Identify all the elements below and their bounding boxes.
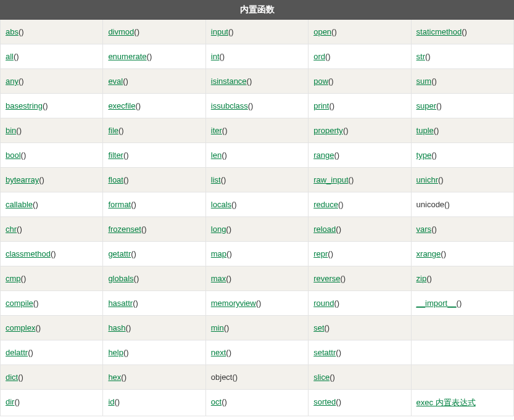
function-link[interactable]: dir [6,397,14,406]
function-link[interactable]: zip [417,274,427,283]
function-link[interactable]: list [211,175,221,184]
function-suffix: () [123,348,129,357]
table-row: all()enumerate()int()ord()str() [1,44,514,69]
function-link[interactable]: round [313,299,334,308]
function-link[interactable]: issubclass [211,101,248,110]
function-link[interactable]: range [313,150,334,160]
function-link[interactable]: next [211,348,226,357]
table-cell: file() [103,118,205,143]
function-suffix: () [330,373,335,382]
function-link[interactable]: slice [313,373,330,382]
function-link[interactable]: eval [108,76,123,86]
function-link[interactable]: exec 内置表达式 [417,398,476,407]
function-link[interactable]: abs [6,27,19,36]
function-link[interactable]: print [313,101,329,110]
function-suffix: () [43,101,48,110]
function-link[interactable]: type [417,150,432,160]
function-link[interactable]: open [313,27,331,36]
function-link[interactable]: pow [313,76,328,86]
function-link[interactable]: len [211,150,222,160]
function-link[interactable]: reverse [313,274,340,283]
function-link[interactable]: basestring [6,101,43,110]
table-cell: max() [205,266,308,291]
function-link[interactable]: int [211,52,220,61]
function-link[interactable]: iter [211,126,222,135]
function-link[interactable]: id [108,397,114,406]
table-cell: long() [205,217,308,242]
function-link[interactable]: raw_input [313,175,348,184]
function-link[interactable]: cmp [6,274,21,283]
function-link[interactable]: chr [6,224,17,234]
function-link[interactable]: setattr [313,348,336,357]
function-link[interactable]: any [6,76,19,86]
function-link[interactable]: bool [6,150,21,160]
function-link[interactable]: file [108,126,118,135]
function-link[interactable]: staticmethod [417,27,462,36]
function-link[interactable]: sorted [313,397,336,406]
function-link[interactable]: reduce [313,200,338,209]
table-cell: globals() [103,266,205,291]
function-link[interactable]: hex [108,373,121,382]
function-link[interactable]: isinstance [211,76,247,86]
function-link[interactable]: property [313,126,343,135]
function-link[interactable]: hasattr [108,299,133,308]
table-cell: map() [205,242,308,266]
function-link[interactable]: callable [6,200,33,209]
function-suffix: () [431,76,437,86]
function-link[interactable]: dict [6,373,18,382]
function-link[interactable]: getattr [108,249,131,258]
function-link[interactable]: reload [313,224,336,234]
function-link[interactable]: str [417,52,425,61]
function-link[interactable]: all [6,52,14,61]
function-suffix: () [126,323,131,332]
function-link[interactable]: bin [6,126,16,135]
function-suffix: () [226,348,231,357]
function-link[interactable]: map [211,249,226,258]
function-link[interactable]: globals [108,274,133,283]
function-link[interactable]: float [108,175,123,184]
function-link[interactable]: long [211,224,226,234]
function-link[interactable]: memoryview [211,299,256,308]
function-link[interactable]: max [211,274,226,283]
function-link[interactable]: enumerate [108,52,146,61]
function-link[interactable]: bytearray [6,175,39,184]
function-link[interactable]: repr [313,249,328,258]
table-cell: dir() [1,390,103,416]
function-link[interactable]: locals [211,200,231,209]
table-cell: ord() [309,44,411,69]
function-link[interactable]: sum [417,76,432,86]
table-cell: compile() [1,291,103,316]
function-link[interactable]: super [417,101,437,110]
function-link[interactable]: delattr [6,348,28,357]
function-link[interactable]: vars [417,224,432,234]
table-cell: getattr() [103,242,205,266]
function-suffix: () [123,150,129,160]
function-link[interactable]: filter [108,150,123,160]
table-row: dir()id()oct()sorted()exec 内置表达式 [1,390,514,416]
function-link[interactable]: format [108,200,131,209]
function-link[interactable]: min [211,323,224,332]
function-link[interactable]: hash [108,323,125,332]
function-link[interactable]: help [108,348,123,357]
function-link[interactable]: ord [313,52,325,61]
function-link[interactable]: __import__ [417,299,457,308]
function-link[interactable]: tuple [417,126,434,135]
function-link[interactable]: set [313,323,324,332]
function-link[interactable]: execfile [108,101,135,110]
function-suffix: () [441,249,446,258]
function-link[interactable]: divmod [108,27,134,36]
function-link[interactable]: compile [6,299,33,308]
function-link[interactable]: classmethod [6,249,51,258]
table-cell: callable() [1,192,103,217]
builtin-functions-table: 内置函数 abs()divmod()input()open()staticmet… [0,0,514,416]
function-suffix: () [334,150,339,160]
function-link[interactable]: frozenset [108,224,141,234]
table-cell: basestring() [1,94,103,118]
function-link[interactable]: complex [6,323,35,332]
function-link[interactable]: xrange [417,249,441,258]
function-link[interactable]: unichr [417,175,438,184]
function-suffix: () [226,249,232,258]
function-link[interactable]: input [211,27,228,36]
function-link[interactable]: oct [211,397,222,406]
function-suffix: () [431,150,437,160]
